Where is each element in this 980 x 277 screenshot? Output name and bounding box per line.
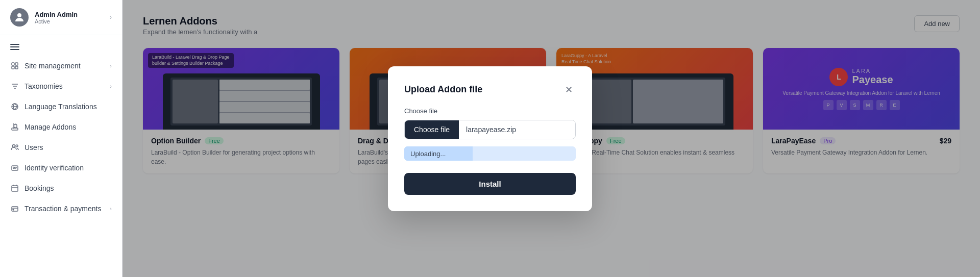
sidebar-item-users[interactable]: Users: [0, 137, 122, 158]
svg-rect-1: [12, 63, 14, 65]
svg-point-8: [16, 145, 18, 147]
svg-rect-12: [12, 207, 18, 211]
transaction-icon: [10, 204, 19, 213]
user-status: Active: [35, 18, 104, 24]
user-info: Admin Admin Active: [35, 11, 104, 24]
svg-rect-11: [12, 186, 18, 191]
identity-icon: [10, 163, 19, 172]
svg-rect-2: [15, 63, 18, 65]
sidebar-item-label: Bookings: [24, 184, 54, 192]
user-profile[interactable]: Admin Admin Active ›: [0, 0, 122, 35]
sidebar-item-label: Language Translations: [24, 103, 97, 111]
modal-title: Upload Addon file: [404, 84, 482, 95]
sidebar-item-label: Site management: [24, 62, 81, 70]
sidebar-item-site-management[interactable]: Site management ›: [0, 56, 122, 76]
sidebar-item-identity-verification[interactable]: Identity verification: [0, 158, 122, 178]
sidebar-item-manage-addons[interactable]: Manage Addons: [0, 117, 122, 137]
sidebar-item-label: Identity verification: [24, 164, 84, 172]
modal-close-button[interactable]: ✕: [561, 83, 576, 97]
manage-addons-icon: [10, 122, 19, 132]
taxonomies-chevron-icon: ›: [110, 83, 112, 89]
sidebar-item-bookings[interactable]: Bookings: [0, 178, 122, 198]
upload-addon-modal: Upload Addon file ✕ Choose file Choose f…: [388, 66, 592, 211]
language-icon: [10, 102, 19, 111]
taxonomies-icon: [10, 82, 19, 91]
uploading-text: Uploading...: [410, 149, 446, 157]
users-icon: [10, 143, 19, 152]
avatar: [10, 8, 29, 27]
main-content-area: Lernen Addons Expand the lernen's functi…: [122, 0, 980, 277]
transaction-chevron-icon: ›: [110, 206, 112, 212]
sidebar-item-transaction-payments[interactable]: Transaction & payments ›: [0, 198, 122, 219]
upload-progress-bar: Uploading...: [404, 146, 576, 161]
modal-overlay: Upload Addon file ✕ Choose file Choose f…: [122, 0, 980, 277]
svg-point-10: [13, 167, 15, 169]
site-management-chevron-icon: ›: [110, 63, 112, 69]
file-name-input[interactable]: [459, 120, 575, 139]
svg-rect-4: [15, 66, 18, 69]
file-input-row: Choose file: [404, 120, 576, 139]
sidebar-item-label: Taxonomies: [24, 82, 63, 90]
modal-header: Upload Addon file ✕: [404, 83, 576, 97]
user-chevron-icon: ›: [110, 14, 112, 21]
svg-point-13: [13, 209, 14, 210]
sidebar: Admin Admin Active › Site management ›: [0, 0, 122, 277]
choose-file-label: Choose file: [404, 107, 576, 115]
sidebar-item-label: Users: [24, 143, 43, 152]
svg-point-7: [13, 145, 15, 147]
close-icon: ✕: [565, 84, 573, 95]
sidebar-item-language-translations[interactable]: Language Translations: [0, 96, 122, 117]
install-button[interactable]: Install: [404, 173, 576, 195]
sidebar-item-taxonomies[interactable]: Taxonomies ›: [0, 76, 122, 96]
user-name: Admin Admin: [35, 11, 104, 18]
choose-file-button[interactable]: Choose file: [405, 120, 459, 139]
svg-rect-3: [12, 66, 14, 69]
site-management-icon: [10, 61, 19, 70]
sidebar-nav: Site management › Taxonomies › Lang: [0, 54, 122, 221]
bookings-icon: [10, 184, 19, 193]
sidebar-item-label: Transaction & payments: [24, 205, 101, 213]
hamburger-icon[interactable]: [0, 35, 122, 54]
sidebar-item-label: Manage Addons: [24, 123, 76, 131]
svg-point-0: [17, 13, 21, 17]
svg-rect-6: [12, 128, 18, 130]
